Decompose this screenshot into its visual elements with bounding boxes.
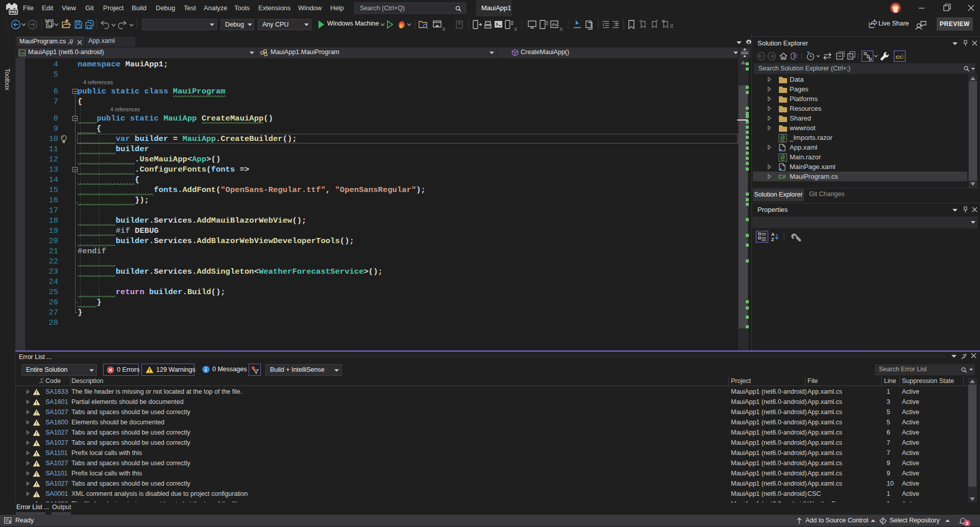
- svg-text:App.xaml: App.xaml: [790, 143, 817, 151]
- svg-text:C#: C#: [778, 174, 786, 180]
- svg-text:PRE: PRE: [10, 10, 17, 14]
- svg-text:MainPage.xaml: MainPage.xaml: [790, 163, 836, 171]
- svg-text:Platforms: Platforms: [790, 95, 818, 103]
- svg-text:Z: Z: [771, 237, 774, 242]
- svg-text:Resources: Resources: [790, 105, 822, 112]
- svg-text:@: @: [780, 134, 785, 142]
- svg-text:C#: C#: [19, 51, 25, 56]
- svg-text:@: @: [780, 154, 785, 162]
- svg-text:Data: Data: [790, 76, 804, 83]
- svg-text:MauiProgram.cs: MauiProgram.cs: [790, 173, 838, 180]
- svg-text:A: A: [771, 232, 775, 237]
- svg-text:Pages: Pages: [790, 85, 808, 93]
- svg-text:wwwroot: wwwroot: [789, 124, 816, 132]
- svg-text:Shared: Shared: [790, 114, 811, 122]
- svg-text:_Imports.razor: _Imports.razor: [789, 134, 832, 141]
- svg-text:IPA: IPA: [552, 23, 557, 27]
- svg-text:Main.razor: Main.razor: [790, 153, 821, 161]
